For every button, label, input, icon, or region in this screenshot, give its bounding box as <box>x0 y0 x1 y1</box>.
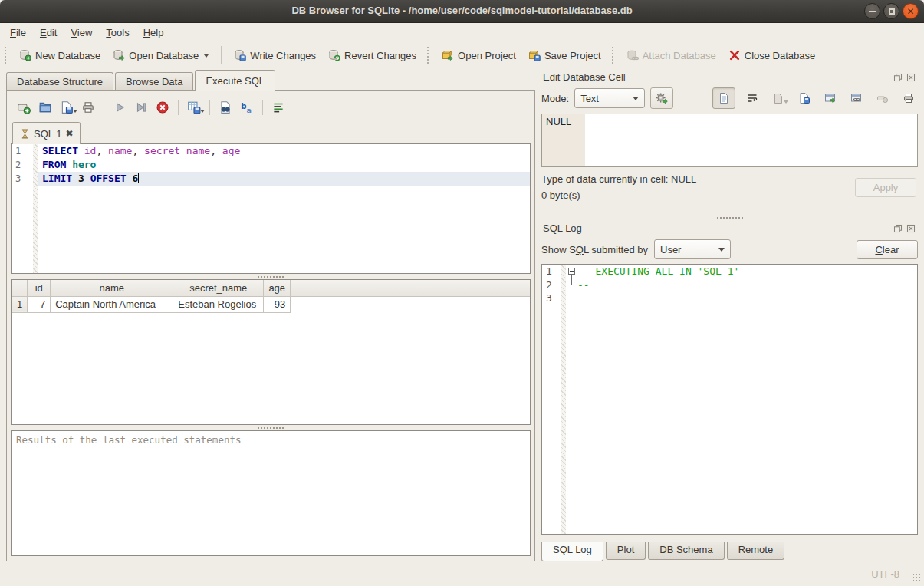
column-header[interactable]: id <box>28 280 51 296</box>
sql-editor[interactable]: 1SELECT id, name, secret_name, age2FROM … <box>11 143 531 274</box>
tab-browse-data[interactable]: Browse Data <box>115 72 193 90</box>
editor-line[interactable]: 1SELECT id, name, secret_name, age <box>12 144 530 158</box>
save-sql-dropdown-arrow[interactable] <box>73 110 77 115</box>
dock-tab-plot[interactable]: Plot <box>606 542 646 560</box>
grid-cell[interactable]: 7 <box>28 296 51 312</box>
edit-cell-dock-titlebar: Edit Database Cell <box>541 69 918 85</box>
text-mode-button[interactable] <box>712 87 735 109</box>
mode-select[interactable]: Text <box>574 88 645 108</box>
sql-token: age <box>222 145 240 156</box>
new-sql-tab-button[interactable] <box>14 97 34 117</box>
grid-corner[interactable] <box>12 280 28 296</box>
fold-column <box>566 291 577 305</box>
open-sql-file-button[interactable] <box>35 97 55 117</box>
log-line[interactable]: 1-- EXECUTING ALL IN 'SQL 1' <box>542 265 917 278</box>
sql-token: secret_name <box>144 145 210 156</box>
toolbar-drag-handle[interactable] <box>427 47 432 64</box>
close-database-button[interactable]: Close Database <box>722 45 822 65</box>
grid-cell[interactable]: Captain North America <box>51 296 173 312</box>
open-project-button[interactable]: Open Project <box>436 45 522 65</box>
grid-cell[interactable]: 93 <box>264 296 291 312</box>
execute-current-line-button[interactable] <box>131 97 151 117</box>
write-changes-button[interactable]: Write Changes <box>228 45 322 65</box>
edit-cell-dock-title: Edit Database Cell <box>543 71 893 83</box>
execute-all-button[interactable] <box>110 97 130 117</box>
dock-tab-db-schema[interactable]: DB Schema <box>648 542 724 560</box>
auto-complete-button[interactable]: b a <box>237 97 257 117</box>
sql-token: id <box>84 145 97 156</box>
dock-tab-remote[interactable]: Remote <box>727 542 785 560</box>
encoding-label: UTF-8 <box>871 568 899 580</box>
editor-grid-splitter[interactable] <box>11 274 531 279</box>
sql-token <box>66 159 72 170</box>
menu-view[interactable]: View <box>64 25 99 40</box>
dock-tab-sql-log[interactable]: SQL Log <box>541 542 603 561</box>
close-button[interactable]: ✕ <box>903 3 919 19</box>
chevron-down-icon <box>633 97 639 104</box>
sql-doc-tab[interactable]: SQL 1 ✖ <box>12 122 81 144</box>
import-dropdown-arrow <box>784 100 788 106</box>
copy-link-button[interactable] <box>847 89 866 108</box>
find-button[interactable] <box>215 97 235 117</box>
results-grid[interactable]: idnamesecret_nameage17Captain North Amer… <box>11 279 531 425</box>
menu-file[interactable]: File <box>3 25 33 40</box>
save-project-button[interactable]: Save Project <box>522 45 607 65</box>
log-line[interactable]: 3 <box>542 291 917 305</box>
save-results-dropdown-arrow[interactable] <box>200 110 205 115</box>
editor-line[interactable]: 2FROM hero <box>12 158 530 172</box>
window-controls: ✕ <box>864 3 919 19</box>
row-header[interactable]: 1 <box>12 296 28 312</box>
clear-log-button[interactable]: Clear <box>857 240 918 259</box>
cell-value-body[interactable] <box>585 114 917 166</box>
execute-all-icon <box>113 100 127 114</box>
auto-switch-mode-button[interactable] <box>650 87 673 109</box>
save-sql-file-button[interactable] <box>57 97 77 117</box>
maximize-button[interactable] <box>883 3 899 19</box>
column-header[interactable]: secret_name <box>173 280 264 296</box>
close-dock-button[interactable] <box>906 72 916 83</box>
main-content: Database Structure Browse Data Execute S… <box>0 69 924 561</box>
toolbar-drag-handle[interactable] <box>612 47 617 64</box>
toolbar-drag-handle[interactable] <box>5 47 9 64</box>
column-header[interactable]: name <box>51 280 173 296</box>
new-database-button[interactable]: New Database <box>13 45 107 65</box>
revert-changes-button[interactable]: Revert Changes <box>322 45 423 65</box>
sql-token: , <box>132 145 144 156</box>
column-header[interactable]: age <box>264 280 291 296</box>
open-in-external-button[interactable] <box>820 89 840 108</box>
sql-token: FROM <box>42 159 66 170</box>
grid-cell[interactable]: Esteban Rogelios <box>173 296 264 312</box>
float-dock-button[interactable] <box>893 72 903 83</box>
resize-grip-icon[interactable] <box>913 574 921 582</box>
tab-execute-sql[interactable]: Execute SQL <box>195 70 275 91</box>
sql-log-editor[interactable]: 1-- EXECUTING ALL IN 'SQL 1'2--3 <box>541 264 918 535</box>
print-sql-button[interactable] <box>78 97 98 117</box>
save-results-button[interactable] <box>184 97 204 117</box>
float-dock-button[interactable] <box>893 223 903 234</box>
export-cell-data-button[interactable] <box>794 89 814 108</box>
cell-word-wrap-button[interactable] <box>742 89 761 108</box>
stop-execution-button[interactable] <box>153 97 173 117</box>
menu-edit[interactable]: Edit <box>33 25 64 40</box>
open-database-button[interactable]: Open Database <box>107 45 215 65</box>
window-title: DB Browser for SQLite - /home/user/code/… <box>0 5 924 16</box>
minimize-button[interactable] <box>864 3 880 19</box>
close-dock-button[interactable] <box>906 223 916 234</box>
tab-database-structure[interactable]: Database Structure <box>6 72 113 90</box>
log-line[interactable]: 2-- <box>542 278 917 292</box>
dock-splitter[interactable] <box>541 215 918 220</box>
cell-value-editor[interactable]: NULL <box>541 114 918 167</box>
table-row[interactable]: 17Captain North AmericaEsteban Rogelios9… <box>12 296 531 312</box>
open-database-dropdown-arrow[interactable] <box>204 54 209 60</box>
results-message-box[interactable]: Results of the last executed statements <box>11 430 531 556</box>
sql-doc-tab-close-icon[interactable]: ✖ <box>65 128 73 139</box>
sql-log-filter-select[interactable]: User <box>654 239 731 259</box>
editor-line[interactable]: 3LIMIT 3 OFFSET 6 <box>12 172 530 186</box>
print-cell-button[interactable] <box>899 89 918 108</box>
fold-collapse-icon[interactable] <box>568 268 575 275</box>
menu-help[interactable]: Help <box>136 25 171 40</box>
grid-message-splitter[interactable] <box>11 425 531 430</box>
word-wrap-button[interactable] <box>268 97 288 117</box>
menu-tools[interactable]: Tools <box>99 25 136 40</box>
titlebar[interactable]: DB Browser for SQLite - /home/user/code/… <box>0 0 924 23</box>
